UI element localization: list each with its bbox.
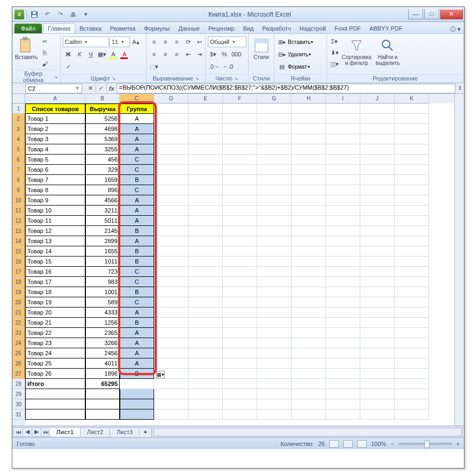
data-cell[interactable]: 1655 [85, 246, 120, 257]
cell[interactable] [360, 134, 395, 144]
row-header[interactable]: 10 [12, 195, 25, 206]
cell[interactable] [154, 409, 188, 420]
zoom-in-icon[interactable]: + [456, 441, 460, 447]
cell[interactable] [223, 134, 257, 144]
sheet-tab-3[interactable]: Лист3 [110, 427, 140, 436]
cell[interactable] [188, 195, 223, 206]
cell[interactable] [326, 226, 360, 236]
cell[interactable] [257, 338, 292, 348]
cell[interactable] [326, 185, 360, 195]
cell[interactable] [360, 389, 395, 399]
data-cell-group[interactable]: A [120, 144, 154, 155]
cell[interactable] [360, 246, 395, 257]
cell[interactable] [395, 379, 429, 389]
cell[interactable] [188, 369, 223, 379]
data-cell[interactable]: Товар 18 [25, 287, 85, 297]
cell[interactable] [326, 267, 360, 277]
cell[interactable] [154, 318, 188, 328]
tab-nav-first-icon[interactable]: ⏮ [13, 427, 23, 437]
row-header[interactable]: 20 [12, 297, 25, 307]
qat-save-icon[interactable] [29, 9, 40, 20]
inc-decimal-icon[interactable]: .0→ [208, 61, 221, 72]
cell[interactable] [292, 307, 326, 318]
cell[interactable] [188, 165, 223, 175]
data-cell[interactable]: Товар 4 [25, 144, 85, 155]
row-header[interactable]: 5 [12, 144, 25, 155]
row-header[interactable]: 30 [12, 399, 25, 409]
cell[interactable] [154, 348, 188, 358]
cell[interactable] [360, 124, 395, 134]
cell[interactable] [154, 257, 188, 267]
number-format-combo[interactable]: Общий▼ [208, 36, 246, 47]
data-cell-group[interactable]: B [120, 257, 154, 267]
cell[interactable] [395, 307, 429, 318]
cell[interactable] [223, 216, 257, 226]
cell[interactable] [395, 399, 429, 409]
cell[interactable] [395, 328, 429, 338]
cell[interactable] [257, 185, 292, 195]
row-header[interactable]: 9 [12, 185, 25, 195]
cell[interactable] [154, 104, 188, 114]
cell[interactable] [292, 124, 326, 134]
cell[interactable] [154, 175, 188, 185]
cell[interactable] [292, 369, 326, 379]
row-header[interactable]: 31 [12, 409, 25, 420]
data-cell[interactable]: Товар 3 [25, 134, 85, 144]
cell[interactable] [154, 236, 188, 246]
tab-data[interactable]: Данные [174, 24, 204, 33]
percent-icon[interactable]: % [219, 49, 230, 60]
data-cell[interactable]: 3255 [85, 144, 120, 155]
cell[interactable] [257, 328, 292, 338]
cell[interactable] [292, 165, 326, 175]
data-cell[interactable] [85, 399, 120, 409]
zoom-out-icon[interactable]: − [390, 441, 394, 447]
row-header[interactable]: 27 [12, 369, 25, 379]
data-cell[interactable]: Товар 22 [25, 328, 85, 338]
cell[interactable] [292, 104, 326, 114]
cell[interactable] [326, 328, 360, 338]
cell[interactable] [188, 318, 223, 328]
cell[interactable] [292, 358, 326, 369]
font-name-combo[interactable]: Calibri▼ [63, 36, 109, 47]
cell[interactable] [292, 226, 326, 236]
cell[interactable] [326, 318, 360, 328]
align-launcher-icon[interactable]: ↘ [195, 76, 199, 81]
data-cell-group[interactable]: B [120, 287, 154, 297]
cell[interactable] [188, 124, 223, 134]
cell[interactable] [395, 318, 429, 328]
data-cell[interactable]: Товар 20 [25, 307, 85, 318]
col-header-H[interactable]: H [292, 94, 326, 104]
view-break-icon[interactable] [357, 440, 367, 448]
cell[interactable] [360, 328, 395, 338]
comma-icon[interactable]: 000 [230, 49, 242, 60]
cell[interactable] [292, 409, 326, 420]
cell[interactable] [188, 379, 223, 389]
cell[interactable] [395, 389, 429, 399]
cell[interactable] [360, 399, 395, 409]
cell[interactable] [360, 379, 395, 389]
view-normal-icon[interactable] [329, 440, 339, 448]
data-cell[interactable]: 2145 [85, 226, 120, 236]
data-cell[interactable]: 983 [85, 277, 120, 287]
cell[interactable] [326, 257, 360, 267]
col-header-I[interactable]: I [326, 94, 360, 104]
font-size-combo[interactable]: 11▼ [110, 36, 130, 47]
cell[interactable] [395, 277, 429, 287]
tab-view[interactable]: Вид [239, 24, 258, 33]
cell[interactable] [395, 144, 429, 155]
cell[interactable] [188, 114, 223, 124]
cell[interactable] [223, 236, 257, 246]
cell[interactable] [326, 277, 360, 287]
data-cell[interactable]: Товар 14 [25, 246, 85, 257]
cell[interactable] [257, 144, 292, 155]
cell[interactable] [223, 114, 257, 124]
expand-formula-icon[interactable]: ⇕ [455, 85, 464, 92]
insert-cells-icon[interactable]: ⊞▸ [277, 36, 287, 47]
cell[interactable] [292, 206, 326, 216]
cell[interactable] [292, 399, 326, 409]
cell[interactable] [326, 155, 360, 165]
cell[interactable] [292, 267, 326, 277]
close-button[interactable]: ✕ [440, 10, 463, 19]
row-header[interactable]: 26 [12, 358, 25, 369]
cell[interactable] [188, 246, 223, 257]
